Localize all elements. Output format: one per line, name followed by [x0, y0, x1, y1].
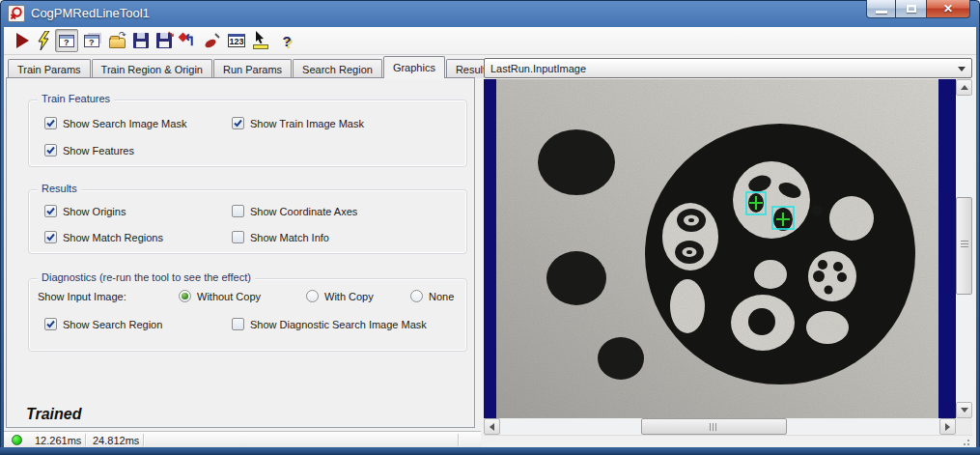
resize-grip-icon[interactable]	[961, 437, 969, 445]
brush-icon	[204, 32, 221, 49]
tab-search-region[interactable]: Search Region	[293, 59, 382, 78]
save-as-icon: ↘	[156, 33, 172, 48]
open-folder-icon	[109, 38, 126, 48]
numbers-icon: 123	[228, 34, 245, 47]
params-button[interactable]: 123	[227, 31, 246, 50]
scrollbar-corner	[956, 418, 972, 435]
checkbox-box	[44, 231, 57, 243]
show-input-image-label: Show Input Image:	[38, 291, 126, 302]
clear-button[interactable]	[203, 31, 222, 50]
reset-button[interactable]: ↰	[180, 31, 199, 50]
group-results: Results Show Origins Show Coordinate Axe…	[28, 189, 467, 254]
float-window-icon	[59, 35, 74, 47]
checkbox-show-train-image-mask[interactable]: Show Train Image Mask	[232, 117, 364, 129]
checkbox-box	[232, 117, 244, 129]
tab-train-region-origin[interactable]: Train Region & Origin	[92, 59, 212, 78]
checkbox-box	[44, 117, 57, 129]
radio-without-copy[interactable]: Without Copy	[179, 290, 261, 302]
scroll-down-button[interactable]	[956, 402, 972, 418]
scroll-left-button[interactable]	[484, 418, 500, 435]
checkbox-label: Show Origins	[63, 206, 126, 217]
checkbox-label: Show Coordinate Axes	[250, 206, 357, 217]
pointer-tool-button[interactable]	[252, 31, 271, 50]
cursor-icon	[255, 31, 266, 43]
close-icon: ✕	[943, 2, 953, 15]
toolbar: ↘ ↰ 123 ?	[4, 27, 976, 55]
save-button[interactable]	[131, 31, 151, 50]
run-button[interactable]	[13, 31, 32, 50]
horizontal-scrollbar[interactable]	[484, 418, 956, 435]
group-title: Diagnostics (re-run the tool to see the …	[38, 271, 255, 283]
statusbar-separator	[458, 434, 459, 446]
horizontal-scroll-thumb[interactable]	[641, 418, 787, 435]
arrow-right-icon	[945, 423, 950, 431]
checkbox-box	[232, 205, 244, 217]
display-status-strip	[484, 435, 972, 448]
save-as-arrow-icon: ↘	[167, 29, 175, 39]
save-icon	[133, 33, 149, 48]
help-icon: ?	[282, 33, 291, 49]
run-icon	[16, 33, 29, 48]
radio-label: Without Copy	[197, 291, 261, 302]
tab-train-params[interactable]: Train Params	[8, 59, 91, 78]
ruler-icon	[253, 44, 268, 49]
group-title: Train Features	[38, 93, 114, 104]
group-title: Results	[38, 183, 81, 194]
radio-with-copy[interactable]: With Copy	[306, 290, 374, 302]
lightning-icon	[36, 31, 51, 50]
graphics-tab-page: Train Features Show Search Image Mask Sh…	[6, 77, 475, 428]
image-display-area[interactable]	[484, 79, 972, 418]
arrow-down-icon	[961, 408, 968, 412]
radio-dot	[410, 290, 423, 302]
new-window-icon	[84, 35, 99, 47]
status-bar: 12.261ms 24.812ms	[4, 431, 481, 447]
record-select-dropdown[interactable]: LastRun.InputImage	[484, 58, 972, 78]
tab-graphics[interactable]: Graphics	[383, 56, 445, 78]
checkbox-show-match-regions[interactable]: Show Match Regions	[44, 231, 163, 243]
record-select-value: LastRun.InputImage	[490, 63, 586, 74]
float-display-button[interactable]	[55, 29, 78, 52]
checkbox-box	[44, 144, 57, 156]
save-as-button[interactable]: ↘	[154, 31, 174, 50]
minimize-button[interactable]	[866, 0, 896, 18]
checkbox-show-search-image-mask[interactable]: Show Search Image Mask	[44, 117, 186, 129]
close-button[interactable]: ✕	[926, 0, 970, 18]
tab-strip: Train Params Train Region & Origin Run P…	[8, 57, 502, 78]
checkbox-show-features[interactable]: Show Features	[44, 144, 134, 156]
input-image	[496, 79, 938, 418]
statusbar-separator	[143, 434, 144, 446]
checkbox-show-match-info[interactable]: Show Match Info	[232, 231, 329, 243]
checkbox-label: Show Search Image Mask	[63, 118, 186, 129]
tab-run-params[interactable]: Run Params	[213, 59, 292, 78]
checkbox-label: Show Match Info	[250, 232, 329, 243]
window-bottom-border	[0, 447, 980, 455]
help-button[interactable]: ?	[277, 31, 296, 50]
checkbox-label: Show Train Image Mask	[250, 118, 364, 129]
checkbox-label: Show Match Regions	[63, 232, 163, 243]
run-time-value: 12.261ms	[35, 435, 81, 446]
window-controls: ✕	[866, 0, 970, 18]
checkbox-show-search-region[interactable]: Show Search Region	[44, 318, 162, 330]
title-bar[interactable]: CogPMRedLineTool1 ✕	[0, 0, 980, 27]
radio-dot	[179, 290, 191, 302]
vertical-scroll-thumb[interactable]	[956, 197, 972, 295]
checkbox-show-coordinate-axes[interactable]: Show Coordinate Axes	[232, 205, 357, 217]
checkbox-label: Show Diagnostic Search Image Mask	[250, 319, 427, 330]
checkbox-show-diagnostic-search-image-mask[interactable]: Show Diagnostic Search Image Mask	[232, 318, 427, 330]
scroll-up-button[interactable]	[956, 79, 972, 96]
checkbox-label: Show Features	[63, 145, 134, 156]
window-title: CogPMRedLineTool1	[31, 6, 150, 20]
vertical-scrollbar[interactable]	[956, 79, 972, 418]
checkbox-box	[44, 318, 57, 330]
open-button[interactable]	[107, 31, 126, 50]
new-window-button[interactable]	[82, 31, 101, 50]
maximize-button[interactable]	[896, 0, 926, 18]
arrow-up-icon	[961, 85, 968, 90]
checkbox-box	[232, 318, 244, 330]
scroll-right-button[interactable]	[939, 418, 956, 435]
electric-run-button[interactable]	[34, 31, 53, 50]
radio-none[interactable]: None	[410, 290, 454, 302]
checkbox-box	[44, 205, 57, 217]
train-status-text: Trained	[26, 406, 82, 423]
checkbox-show-origins[interactable]: Show Origins	[44, 205, 126, 217]
